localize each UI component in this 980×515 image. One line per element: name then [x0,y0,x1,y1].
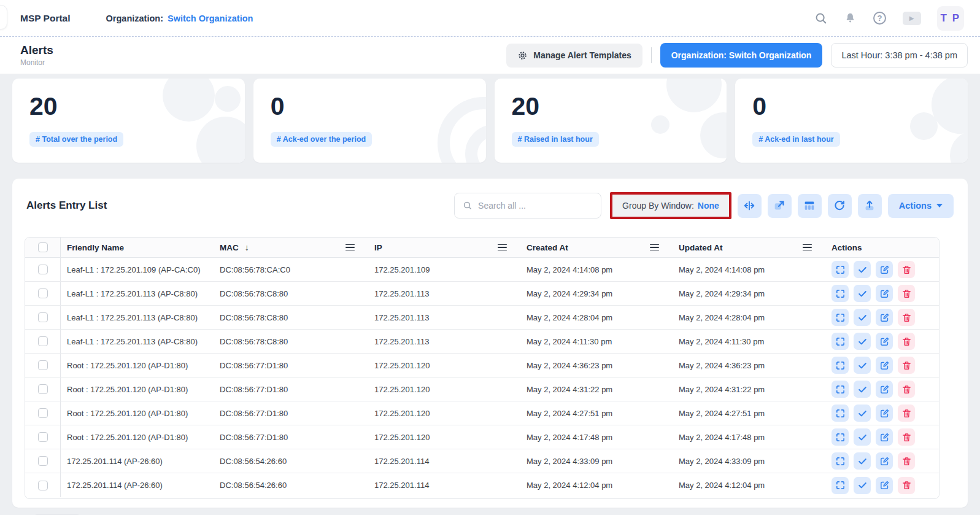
acknowledge-row-button[interactable] [854,285,871,302]
column-header-updated-at[interactable]: Updated At [673,243,825,252]
expand-row-button[interactable] [831,428,849,446]
edit-pencil-icon [879,480,890,490]
sidebar-toggle-handle[interactable] [0,5,7,29]
row-checkbox-cell [25,306,61,329]
expand-row-button[interactable] [831,285,849,302]
edit-row-button[interactable] [876,428,893,446]
gear-icon [517,50,528,61]
user-avatar[interactable]: T P [937,6,964,31]
expand-row-button[interactable] [831,477,849,494]
search-input[interactable] [478,201,593,211]
expand-row-button[interactable] [831,309,849,326]
expand-view-button[interactable] [768,194,792,218]
notifications-bell-icon[interactable] [844,12,857,25]
edit-row-button[interactable] [876,477,893,494]
edit-row-button[interactable] [876,452,893,470]
fit-width-button[interactable] [738,194,762,218]
edit-row-button[interactable] [876,357,893,374]
select-all-checkbox[interactable] [38,242,48,252]
refresh-button[interactable] [828,194,852,218]
edit-row-button[interactable] [876,333,893,350]
manage-alert-templates-button[interactable]: Manage Alert Templates [506,44,642,68]
expand-row-button[interactable] [831,357,849,374]
delete-row-button[interactable] [898,309,915,326]
expand-row-button[interactable] [831,452,849,470]
trash-icon [901,384,912,395]
delete-row-button[interactable] [898,452,915,470]
column-menu-icon[interactable] [803,244,812,251]
top-bar: MSP Portal Organization:Switch Organizat… [0,0,980,37]
group-by-window-button[interactable]: Group By Window: None [612,195,729,217]
edit-pencil-icon [879,288,890,299]
delete-row-button[interactable] [898,333,915,350]
acknowledge-row-button[interactable] [854,452,871,470]
trash-icon [901,432,912,443]
row-checkbox[interactable] [38,336,48,346]
edit-row-button[interactable] [876,309,893,326]
acknowledge-row-button[interactable] [854,428,871,446]
row-checkbox[interactable] [38,432,48,442]
search-icon[interactable] [814,12,828,25]
help-icon[interactable]: ? [873,12,887,25]
friendly-name-cell: Root : 172.25.201.120 (AP-D1:80) [61,361,214,370]
acknowledge-row-button[interactable] [854,309,871,326]
edit-row-button[interactable] [876,285,893,302]
delete-row-button[interactable] [898,381,915,398]
expand-row-button[interactable] [831,261,849,278]
delete-row-button[interactable] [898,405,915,422]
expand-row-button[interactable] [831,405,849,422]
acknowledge-row-button[interactable] [854,477,871,494]
expand-row-button[interactable] [831,333,849,350]
row-checkbox[interactable] [38,384,48,394]
row-checkbox[interactable] [38,408,48,418]
select-all-cell [25,238,61,257]
acknowledge-row-button[interactable] [854,381,871,398]
column-label: Updated At [679,243,723,252]
edit-row-button[interactable] [876,405,893,422]
export-button[interactable] [858,194,882,218]
column-header-actions: Actions [825,243,939,252]
delete-row-button[interactable] [898,477,915,494]
column-header-friendly-name[interactable]: Friendly Name [61,243,214,252]
row-checkbox[interactable] [38,312,48,322]
column-label: MAC [220,243,239,252]
check-icon [857,288,868,299]
row-checkbox-cell [25,354,61,377]
created-at-cell: May 2, 2024 4:33:09 pm [520,457,673,466]
row-checkbox[interactable] [38,265,48,274]
acknowledge-row-button[interactable] [854,333,871,350]
acknowledge-row-button[interactable] [854,261,871,278]
fullscreen-icon [835,432,846,443]
actions-dropdown-button[interactable]: Actions [888,194,954,218]
delete-row-button[interactable] [898,261,915,278]
time-range-button[interactable]: Last Hour: 3:38 pm - 4:38 pm [831,43,968,68]
row-checkbox[interactable] [38,456,48,466]
column-header-mac[interactable]: MAC ↓ [214,242,368,252]
stat-label-badge: # Total over the period [29,132,123,147]
acknowledge-row-button[interactable] [854,405,871,422]
edit-row-button[interactable] [876,381,893,398]
expand-row-button[interactable] [831,381,849,398]
trash-icon [901,456,912,467]
row-checkbox[interactable] [38,288,48,298]
columns-button[interactable] [798,194,822,218]
row-checkbox[interactable] [38,481,48,490]
delete-row-button[interactable] [898,285,915,302]
organization-scope-button[interactable]: Organization: Switch Organization [660,43,823,68]
row-checkbox[interactable] [38,360,48,370]
pagination-strip [12,512,968,515]
video-tour-icon[interactable]: ▶ [903,12,921,25]
column-header-ip[interactable]: IP [368,243,520,252]
search-box[interactable] [454,193,601,219]
acknowledge-row-button[interactable] [854,357,871,374]
column-menu-icon[interactable] [650,244,659,251]
delete-row-button[interactable] [898,357,915,374]
column-header-created-at[interactable]: Created At [520,243,673,252]
switch-organization-link[interactable]: Switch Organization [168,14,253,23]
table-columns-icon [803,199,816,212]
edit-row-button[interactable] [876,261,893,278]
delete-row-button[interactable] [898,428,915,446]
column-menu-icon[interactable] [345,244,355,251]
check-icon [857,480,868,490]
column-menu-icon[interactable] [498,244,507,251]
